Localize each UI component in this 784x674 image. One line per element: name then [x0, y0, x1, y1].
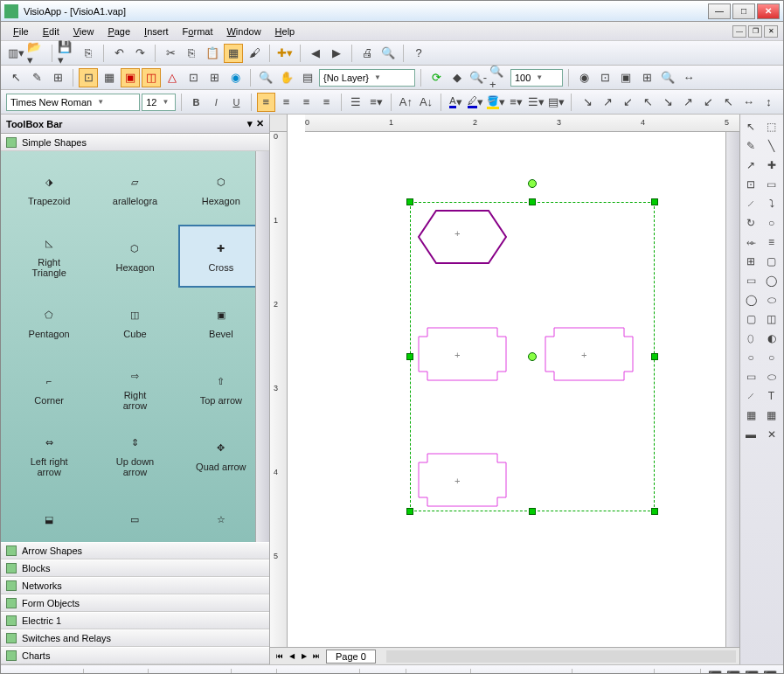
shape-quad-arrow[interactable]: ✥Quad arrow	[178, 424, 264, 487]
shape-item[interactable]: ⬓	[6, 490, 92, 542]
arrange-tool[interactable]: ⊡	[282, 668, 299, 675]
shape-top-arrow[interactable]: ⇧Top arrow	[178, 358, 264, 420]
zoomout-btn[interactable]: 🔍-	[468, 68, 488, 87]
menu-view[interactable]: View	[66, 24, 101, 39]
menu-edit[interactable]: Edit	[36, 24, 66, 39]
font-inc[interactable]: A↑	[397, 93, 415, 112]
shape-item[interactable]: ▭	[92, 490, 177, 542]
arrange-tool[interactable]: ▦	[476, 668, 493, 675]
draw-tool-7[interactable]: ▭	[763, 176, 781, 193]
arrange-tool[interactable]: ⊡	[154, 668, 170, 675]
draw-tool-23[interactable]: ◐	[763, 330, 781, 347]
fontsize-combo[interactable]: 12▼	[142, 94, 176, 111]
layers-btn[interactable]: ◆	[448, 68, 467, 87]
conn6[interactable]: ↗	[679, 93, 697, 112]
zoom-1[interactable]: 🔍	[658, 68, 677, 87]
arrange-tool[interactable]: ▦	[513, 668, 530, 675]
font-color[interactable]: A▾	[447, 93, 465, 112]
mdi-restore[interactable]: ❐	[748, 25, 762, 38]
shape-trapezoid[interactable]: ⬗Trapezoid	[6, 158, 92, 221]
conn8[interactable]: ↖	[719, 93, 738, 112]
snap6[interactable]: ⊡	[184, 68, 203, 87]
shapes-scrollbar[interactable]	[255, 151, 269, 542]
draw-tool-2[interactable]: ✎	[742, 137, 760, 155]
arrange-tool[interactable]: ▣	[236, 668, 253, 675]
draw-tool-3[interactable]: ╲	[763, 137, 781, 155]
snap4[interactable]: ◫	[142, 68, 161, 87]
draw-tool-25[interactable]: ○	[763, 349, 781, 366]
new-btn[interactable]: ▥▾	[6, 44, 25, 63]
list[interactable]: ≡▾	[367, 93, 385, 112]
conn10[interactable]: ↕	[760, 93, 778, 112]
draw-tool-10[interactable]: ↻	[742, 214, 760, 232]
selection-handle[interactable]	[406, 508, 413, 515]
arrange-tool[interactable]: ⬛	[706, 668, 723, 675]
horizontal-scrollbar[interactable]	[386, 650, 736, 663]
draw-tool-13[interactable]: ≡	[763, 233, 781, 251]
tab-first[interactable]: ⏮	[274, 650, 286, 663]
category-arrow-shapes[interactable]: Arrow Shapes	[1, 542, 269, 559]
zoomin-btn[interactable]: 🔍+	[489, 68, 509, 87]
shape-hexagon[interactable]: ⬡Hexagon	[178, 158, 264, 221]
snap8[interactable]: ◉	[225, 68, 245, 87]
arrange-tool[interactable]: ○	[24, 668, 41, 675]
zoom-combo[interactable]: 100▼	[510, 69, 563, 87]
cut-btn[interactable]: ✂	[161, 44, 180, 63]
arrange-tool[interactable]: ⬛	[725, 668, 741, 675]
arrange-tool[interactable]: ▦	[495, 668, 511, 675]
toolbox-close-icon[interactable]: ✕	[256, 118, 264, 129]
arrange-tool[interactable]: ⊡	[172, 668, 189, 675]
preview-btn[interactable]: 🔍	[378, 44, 398, 63]
conn7[interactable]: ↙	[699, 93, 718, 112]
draw-tool-15[interactable]: ▢	[763, 253, 781, 270]
draw-tool-24[interactable]: ○	[742, 349, 760, 366]
conn1[interactable]: ↘	[579, 93, 597, 112]
arrange-tool[interactable]: ⬛	[761, 668, 778, 675]
menu-format[interactable]: Format	[176, 24, 220, 39]
font-dec[interactable]: A↓	[417, 93, 435, 112]
arrange-tool[interactable]: ⊟	[412, 668, 428, 675]
redo-btn[interactable]: ↷	[130, 44, 149, 63]
arrange-tool[interactable]: ▣	[254, 668, 271, 675]
edit-tool[interactable]: ✎	[27, 68, 46, 87]
arrange-tool[interactable]: ⊡	[301, 668, 317, 675]
bold-btn[interactable]: B	[187, 93, 205, 112]
shape-hexagon[interactable]: ⬡Hexagon	[92, 225, 177, 288]
arrange-tool[interactable]: ▦	[550, 668, 566, 675]
category-electric-1[interactable]: Electric 1	[1, 612, 269, 629]
draw-tool-33[interactable]: ✕	[763, 426, 781, 443]
draw-tool-22[interactable]: ⬯	[742, 330, 760, 347]
draw-tool-0[interactable]: ↖	[742, 118, 760, 135]
shape-left-right-arrow[interactable]: ⇔Left right arrow	[6, 424, 92, 487]
arrange-tool[interactable]: ⬛	[743, 668, 760, 675]
arrange-tool[interactable]: ⊡	[678, 668, 695, 675]
category-form-objects[interactable]: Form Objects	[1, 594, 269, 612]
draw-tool-27[interactable]: ⬭	[763, 368, 781, 386]
left-btn[interactable]: ◀	[306, 44, 325, 63]
menu-file[interactable]: File	[6, 24, 36, 39]
arrange-tool[interactable]: ▢	[43, 668, 59, 675]
menu-help[interactable]: Help	[268, 24, 302, 39]
draw-tool-31[interactable]: ▦	[763, 406, 781, 424]
font-combo[interactable]: Times New Roman▼	[6, 94, 140, 111]
tab-prev[interactable]: ◀	[286, 650, 298, 663]
grid-tool[interactable]: ⊞	[48, 68, 67, 87]
arrange-tool[interactable]: ⊡	[632, 668, 649, 675]
draw-tool-14[interactable]: ⊞	[742, 253, 760, 270]
arrange-tool[interactable]: ↔	[384, 668, 400, 675]
arrange-tool[interactable]: ⊡	[337, 668, 354, 675]
zoom-2[interactable]: ↔	[679, 68, 698, 87]
shape-item[interactable]: ☆	[178, 490, 264, 542]
draw-tool-18[interactable]: ◯	[742, 291, 760, 309]
shape-cross[interactable]: ✚Cross	[178, 225, 264, 288]
minimize-button[interactable]: —	[708, 3, 731, 19]
draw-tool-26[interactable]: ▭	[742, 368, 760, 386]
line-style[interactable]: ☰▾	[527, 93, 545, 112]
zoom-page[interactable]: ▣	[616, 68, 635, 87]
selection-handle[interactable]	[529, 198, 536, 205]
vertical-scrollbar[interactable]	[725, 132, 739, 647]
toolbox-menu-icon[interactable]: ▾	[247, 118, 253, 129]
arrange-tool[interactable]: ⊞	[61, 668, 78, 675]
arrange-tool[interactable]: ⊡	[191, 668, 207, 675]
snap2[interactable]: ▦	[100, 68, 119, 87]
